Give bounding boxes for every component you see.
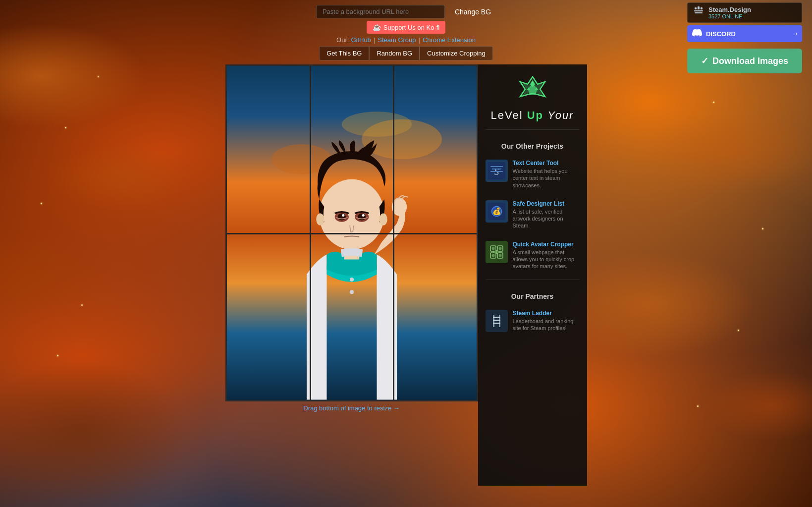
svg-point-18 bbox=[391, 198, 406, 216]
divider-2 bbox=[486, 280, 580, 280]
project-text-center-info: Text Center Tool Website that helps you … bbox=[513, 160, 580, 189]
get-this-bg-button[interactable]: Get This BG bbox=[319, 46, 369, 60]
download-label: Download Images bbox=[712, 56, 788, 66]
steam-ladder-name: Steam Ladder bbox=[513, 310, 580, 317]
discord-badge[interactable]: DISCORD › bbox=[687, 25, 802, 42]
svg-point-15 bbox=[362, 214, 364, 217]
steam-group-link[interactable]: Steam Group bbox=[378, 36, 416, 44]
project-safe-designer[interactable]: 💰 Safe Designer List A list of safe, ver… bbox=[486, 198, 580, 231]
your-text: Your bbox=[547, 109, 574, 121]
level-up-icon bbox=[518, 74, 547, 104]
project-text-center[interactable]: S Text Center Tool Website that helps yo… bbox=[486, 158, 580, 191]
url-bar-row: Change BG bbox=[316, 5, 496, 18]
right-sidebar: LeVel Up Your Our Other Projects S bbox=[478, 64, 587, 486]
svg-point-35 bbox=[498, 247, 501, 250]
up-text: Up bbox=[527, 109, 543, 121]
anime-character bbox=[245, 99, 457, 400]
svg-point-17 bbox=[379, 214, 387, 225]
svg-text:💰: 💰 bbox=[492, 207, 501, 216]
header-center: Change BG ☕ Support Us on Ko-fi Our: Git… bbox=[316, 5, 496, 60]
svg-rect-47 bbox=[493, 323, 500, 324]
links-row: Our: GitHub | Steam Group | Chrome Exten… bbox=[336, 36, 476, 44]
text-center-name: Text Center Tool bbox=[513, 160, 580, 167]
svg-rect-0 bbox=[695, 7, 697, 9]
right-fixed-panel: Steam.Design 3527 ONLINE DISCORD › ✓ Do bbox=[687, 2, 802, 73]
level-text: LeVel bbox=[491, 109, 523, 121]
svg-point-14 bbox=[342, 214, 344, 217]
svg-rect-45 bbox=[493, 317, 500, 318]
our-label: Our: bbox=[336, 36, 349, 44]
partners-title: Our Partners bbox=[511, 292, 554, 300]
download-check-icon: ✓ bbox=[701, 56, 708, 66]
steam-ladder-icon bbox=[486, 310, 508, 332]
svg-rect-3 bbox=[694, 10, 703, 11]
svg-rect-2 bbox=[701, 7, 703, 9]
divider-1 bbox=[486, 129, 580, 130]
body-content: Drag bottom of image to resize → LeVel U… bbox=[0, 64, 812, 486]
discord-arrow-icon: › bbox=[795, 30, 797, 37]
svg-rect-1 bbox=[698, 6, 700, 9]
partner-steam-ladder-info: Steam Ladder Leaderboard and ranking sit… bbox=[513, 310, 580, 332]
project-quick-avatar[interactable]: Quick Avatar Cropper A small webpage tha… bbox=[486, 239, 580, 272]
discord-text: DISCORD bbox=[706, 30, 736, 38]
steam-badge[interactable]: Steam.Design 3527 ONLINE bbox=[687, 2, 802, 23]
download-row: ✓ Download Images bbox=[687, 49, 802, 73]
image-grid bbox=[225, 64, 478, 401]
svg-rect-27 bbox=[490, 171, 503, 172]
svg-rect-4 bbox=[695, 12, 703, 13]
kofi-icon: ☕ bbox=[373, 23, 381, 31]
kofi-row: ☕ Support Us on Ko-fi bbox=[367, 21, 445, 34]
kofi-label: Support Us on Ko-fi bbox=[383, 24, 439, 31]
svg-rect-26 bbox=[492, 169, 501, 169]
svg-point-33 bbox=[491, 247, 494, 250]
quick-avatar-icon bbox=[486, 241, 508, 263]
svg-rect-25 bbox=[490, 166, 503, 167]
steam-ladder-desc: Leaderboard and ranking site for Steam p… bbox=[513, 318, 580, 332]
text-center-icon: S bbox=[486, 160, 508, 182]
chrome-ext-link[interactable]: Chrome Extension bbox=[423, 36, 476, 44]
svg-point-39 bbox=[498, 254, 501, 257]
action-buttons-row: Get This BG Random BG Customize Cropping bbox=[319, 46, 493, 60]
project-quick-avatar-info: Quick Avatar Cropper A small webpage tha… bbox=[513, 241, 580, 270]
svg-point-16 bbox=[316, 214, 324, 225]
center-image-section: Drag bottom of image to resize → bbox=[225, 64, 478, 486]
safe-designer-name: Safe Designer List bbox=[513, 200, 580, 207]
svg-point-7 bbox=[341, 112, 412, 137]
quick-avatar-name: Quick Avatar Cropper bbox=[513, 241, 580, 248]
steam-icon bbox=[693, 5, 704, 20]
github-link[interactable]: GitHub bbox=[351, 36, 371, 44]
customize-cropping-button[interactable]: Customize Cropping bbox=[420, 46, 493, 60]
svg-point-20 bbox=[349, 290, 353, 294]
level-up-text: LeVel Up Your bbox=[491, 109, 574, 122]
safe-designer-icon: 💰 bbox=[486, 200, 508, 223]
separator-1: | bbox=[374, 36, 375, 44]
svg-point-37 bbox=[491, 254, 494, 257]
separator-2: | bbox=[419, 36, 420, 44]
random-bg-button[interactable]: Random BG bbox=[369, 46, 420, 60]
steam-online: 3527 ONLINE bbox=[708, 13, 751, 19]
other-projects-title: Our Other Projects bbox=[501, 142, 563, 150]
url-input[interactable] bbox=[316, 5, 445, 18]
svg-point-13 bbox=[358, 214, 366, 221]
svg-rect-46 bbox=[493, 320, 500, 321]
project-safe-designer-info: Safe Designer List A list of safe, verif… bbox=[513, 200, 580, 229]
change-bg-button[interactable]: Change BG bbox=[450, 5, 496, 18]
level-up-section: LeVel Up Your bbox=[486, 74, 580, 122]
text-center-desc: Website that helps you center text in st… bbox=[513, 168, 580, 189]
safe-designer-desc: A list of safe, verified artwork designe… bbox=[513, 208, 580, 229]
drag-resize-bar[interactable]: Drag bottom of image to resize → bbox=[300, 401, 402, 415]
svg-point-19 bbox=[349, 278, 353, 282]
kofi-button[interactable]: ☕ Support Us on Ko-fi bbox=[367, 21, 445, 34]
download-images-button[interactable]: ✓ Download Images bbox=[687, 49, 802, 73]
svg-point-12 bbox=[337, 214, 345, 221]
svg-point-9 bbox=[319, 179, 384, 250]
partner-steam-ladder[interactable]: Steam Ladder Leaderboard and ranking sit… bbox=[486, 308, 580, 334]
discord-icon bbox=[692, 28, 702, 40]
steam-name: Steam.Design bbox=[708, 6, 751, 13]
quick-avatar-desc: A small webpage that allows you to quick… bbox=[513, 249, 580, 270]
header-row: Change BG ☕ Support Us on Ko-fi Our: Git… bbox=[0, 2, 812, 63]
steam-info: Steam.Design 3527 ONLINE bbox=[708, 6, 751, 19]
